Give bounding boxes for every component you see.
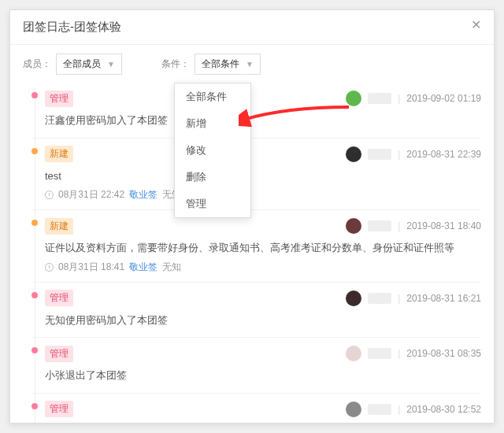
- entry-body: 小张退出了本团签: [45, 365, 481, 388]
- username-redacted: [368, 220, 391, 231]
- username-redacted: [368, 293, 391, 304]
- entry-timestamp: 2019-08-31 22:39: [406, 149, 481, 160]
- username-redacted: [368, 348, 391, 359]
- footer-time: 08月31日 22:42: [58, 188, 124, 202]
- member-select[interactable]: 全部成员 ▼: [56, 54, 122, 75]
- chevron-down-icon: ▼: [246, 60, 254, 68]
- log-entry: 管理|2019-08-30 12:52: [32, 394, 481, 424]
- entry-tag: 新建: [45, 146, 73, 162]
- log-list: 管理|2019-09-02 01:19汪鑫使用密码加入了本团签新建|2019-0…: [10, 83, 494, 423]
- footer-link[interactable]: 敬业签: [129, 188, 158, 202]
- condition-filter-label: 条件：: [161, 57, 190, 71]
- entry-header: 新建|2019-08-31 18:40: [45, 215, 481, 237]
- entry-meta: |2019-08-30 12:52: [346, 402, 481, 417]
- filter-bar: 成员： 全部成员 ▼ 条件： 全部条件 ▼: [10, 45, 494, 83]
- entry-tag: 管理: [45, 91, 73, 107]
- log-entry: 新建|2019-08-31 18:40证件以及资料方面，需要带好身份、录取通知书…: [32, 210, 481, 283]
- entry-timestamp: 2019-08-31 16:21: [406, 293, 481, 304]
- clock-icon: [45, 263, 54, 272]
- footer-link[interactable]: 敬业签: [129, 261, 158, 274]
- modal-header: 团签日志-团签体验: [10, 10, 494, 45]
- entry-body: 汪鑫使用密码加入了本团签: [45, 109, 481, 133]
- clock-icon: [45, 191, 54, 199]
- entry-timestamp: 2019-09-02 01:19: [406, 93, 481, 104]
- entry-body: 无知使用密码加入了本团签: [45, 309, 481, 333]
- separator-icon: |: [398, 404, 400, 415]
- entry-footer: 08月31日 22:42敬业签无知: [45, 188, 481, 205]
- dropdown-item-manage[interactable]: 管理: [175, 191, 250, 217]
- member-select-value: 全部成员: [63, 57, 101, 71]
- entry-tag: 管理: [45, 401, 73, 417]
- entry-body: 证件以及资料方面，需要带好身份、录取通知书、高考准考证和分数单、身份证和证件照等: [45, 237, 481, 261]
- entry-header: 新建|2019-08-31 22:39: [45, 143, 481, 165]
- avatar: [346, 291, 361, 306]
- member-filter-label: 成员：: [23, 57, 51, 71]
- separator-icon: |: [398, 149, 400, 160]
- entry-header: 管理|2019-08-31 16:21: [45, 287, 481, 309]
- entry-meta: |2019-08-31 08:35: [346, 346, 481, 361]
- entry-tag: 管理: [45, 346, 73, 362]
- entry-meta: |2019-09-02 01:19: [346, 91, 481, 106]
- timeline-dot-icon: [32, 292, 38, 298]
- entry-timestamp: 2019-08-30 12:52: [406, 404, 481, 415]
- avatar: [346, 146, 361, 162]
- entry-tag: 新建: [45, 218, 73, 235]
- avatar: [346, 346, 361, 361]
- timeline-dot-icon: [32, 347, 38, 353]
- dropdown-item-modify[interactable]: 修改: [175, 137, 250, 164]
- entry-tag: 管理: [45, 290, 73, 306]
- log-entry: 管理|2019-09-02 01:19汪鑫使用密码加入了本团签: [32, 83, 481, 139]
- avatar: [346, 91, 361, 106]
- condition-select-value: 全部条件: [202, 57, 239, 71]
- timeline-dot-icon: [32, 403, 38, 409]
- chevron-down-icon: ▼: [107, 60, 115, 68]
- log-entry: 管理|2019-08-31 16:21无知使用密码加入了本团签: [32, 283, 481, 339]
- log-entry: 管理|2019-08-31 08:35小张退出了本团签: [32, 338, 481, 394]
- modal-title: 团签日志-团签体验: [23, 20, 121, 35]
- timeline-dot-icon: [32, 92, 38, 98]
- separator-icon: |: [398, 220, 400, 231]
- username-redacted: [368, 149, 391, 160]
- separator-icon: |: [398, 348, 400, 359]
- close-icon[interactable]: ✕: [469, 18, 483, 32]
- footer-after: 无知: [162, 261, 181, 274]
- timeline-dot-icon: [32, 148, 38, 154]
- log-modal: 团签日志-团签体验 ✕ 成员： 全部成员 ▼ 条件： 全部条件 ▼ 全部条件 新…: [9, 9, 495, 424]
- timeline-dot-icon: [32, 220, 38, 226]
- entry-body: test: [45, 165, 481, 189]
- entry-meta: |2019-08-31 22:39: [346, 146, 481, 162]
- log-entry: 新建|2019-08-31 22:39test08月31日 22:42敬业签无知: [32, 139, 481, 211]
- entry-footer: 08月31日 18:41敬业签无知: [45, 261, 481, 277]
- entry-header: 管理|2019-08-31 08:35: [45, 342, 481, 365]
- entry-meta: |2019-08-31 18:40: [346, 218, 481, 234]
- entry-header: 管理|2019-09-02 01:19: [45, 87, 481, 109]
- username-redacted: [368, 404, 391, 415]
- dropdown-item-delete[interactable]: 删除: [175, 164, 250, 191]
- dropdown-item-all[interactable]: 全部条件: [175, 83, 250, 110]
- condition-dropdown: 全部条件 新增 修改 删除 管理: [174, 83, 251, 218]
- entry-meta: |2019-08-31 16:21: [346, 291, 481, 306]
- condition-select[interactable]: 全部条件 ▼: [195, 54, 261, 75]
- separator-icon: |: [398, 93, 400, 104]
- dropdown-item-add[interactable]: 新增: [175, 110, 250, 137]
- entry-header: 管理|2019-08-30 12:52: [45, 398, 481, 420]
- footer-time: 08月31日 18:41: [58, 261, 124, 274]
- entry-timestamp: 2019-08-31 18:40: [406, 220, 481, 231]
- separator-icon: |: [398, 293, 400, 304]
- avatar: [346, 402, 361, 417]
- avatar: [346, 218, 361, 234]
- username-redacted: [368, 93, 391, 104]
- entry-timestamp: 2019-08-31 08:35: [406, 348, 481, 359]
